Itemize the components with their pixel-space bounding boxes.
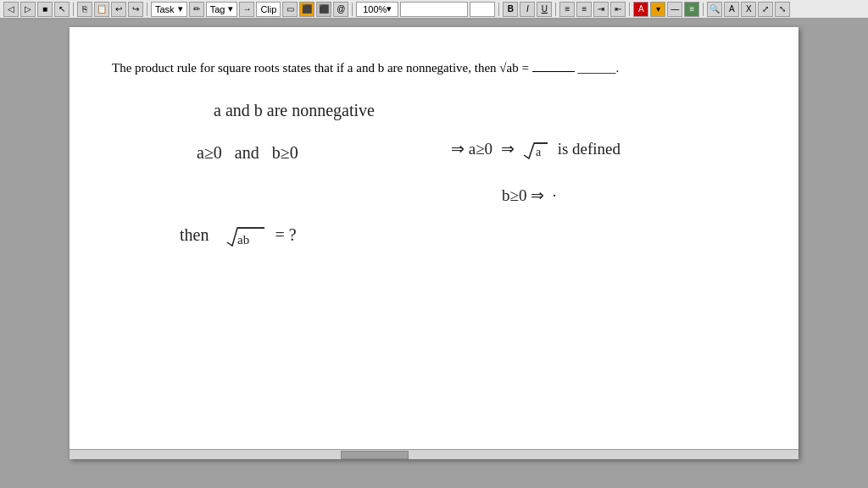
svg-text:ab: ab: [237, 233, 249, 247]
pen-button[interactable]: ✏: [189, 2, 204, 17]
question-text: The product rule for square roots states…: [112, 61, 756, 75]
undo-button[interactable]: ↩: [111, 2, 126, 17]
extra-input[interactable]: [470, 2, 495, 17]
main-area: The product rule for square roots states…: [0, 19, 868, 488]
highlight3-button[interactable]: —: [667, 2, 682, 17]
cursor-button[interactable]: ↖: [54, 2, 70, 17]
search-input[interactable]: [400, 2, 468, 17]
nav-forward-button[interactable]: ▷: [20, 2, 36, 17]
sep4: [498, 3, 499, 16]
indent-button[interactable]: ⇥: [593, 2, 609, 17]
tag-label: Tag: [210, 4, 225, 14]
sep5: [555, 3, 556, 16]
italic-button[interactable]: I: [520, 2, 535, 17]
hw-line3: b≥0 ⇒ ·: [502, 186, 556, 205]
sqrt-ab-symbol: ab: [225, 224, 266, 249]
sep3: [352, 3, 353, 16]
sqrt-a-symbol: a: [522, 140, 549, 162]
color1-button[interactable]: ⬛: [299, 2, 314, 17]
sep1: [73, 3, 74, 16]
handwriting-area: a and b are nonnegative a≥0 and b≥0 ⇒ a≥…: [112, 92, 756, 389]
underline-button[interactable]: U: [537, 2, 552, 17]
arrow-button[interactable]: →: [239, 2, 254, 17]
stop-button[interactable]: ■: [37, 2, 53, 17]
sep7: [703, 3, 704, 16]
toolbar: ◁ ▷ ■ ↖ ⎘ 📋 ↩ ↪ Task ▾ ✏ Tag ▾ → Clip ▭ …: [0, 0, 868, 19]
at-button[interactable]: @: [333, 2, 348, 17]
highlight-button[interactable]: A: [633, 2, 648, 17]
tag-dropdown[interactable]: Tag ▾: [206, 2, 238, 17]
zoom-level[interactable]: 100% ▾: [356, 2, 398, 17]
hw-line4: then ab = ?: [180, 224, 297, 249]
document-page: The product rule for square roots states…: [70, 27, 798, 459]
highlight4-button[interactable]: ≡: [684, 2, 699, 17]
highlight2-button[interactable]: ▾: [650, 2, 665, 17]
fullscreen-button[interactable]: ⤡: [775, 2, 790, 17]
answer-blank: [532, 71, 575, 72]
svg-text:a: a: [536, 146, 542, 158]
task-label: Task: [155, 4, 175, 14]
A-button[interactable]: A: [724, 2, 739, 17]
bold-button[interactable]: B: [503, 2, 518, 17]
paste-button[interactable]: 📋: [94, 2, 109, 17]
tag-arrow: ▾: [228, 3, 233, 14]
hw-line1: a and b are nonnegative: [214, 101, 375, 120]
scrollbar[interactable]: [70, 449, 798, 459]
hw-line2-right: ⇒ a≥0 ⇒ a is defined: [451, 139, 620, 162]
clip-dropdown[interactable]: Clip: [256, 2, 281, 17]
task-dropdown[interactable]: Task ▾: [151, 2, 187, 17]
outdent-button[interactable]: ⇤: [610, 2, 626, 17]
hw-line2-left: a≥0 and b≥0: [197, 143, 298, 163]
search-button[interactable]: 🔍: [707, 2, 722, 17]
resize-button[interactable]: ⤢: [758, 2, 773, 17]
task-arrow: ▾: [178, 3, 183, 14]
nav-back-button[interactable]: ◁: [3, 2, 19, 17]
redo-button[interactable]: ↪: [128, 2, 143, 17]
list-button[interactable]: ≡: [559, 2, 575, 17]
clip-label: Clip: [260, 4, 276, 14]
list2-button[interactable]: ≡: [576, 2, 592, 17]
copy-button[interactable]: ⎘: [77, 2, 92, 17]
color2-button[interactable]: ⬛: [316, 2, 331, 17]
sep6: [629, 3, 630, 16]
close-button[interactable]: X: [741, 2, 756, 17]
rect-button[interactable]: ▭: [282, 2, 298, 17]
scrollbar-thumb[interactable]: [341, 451, 409, 459]
sep2: [147, 3, 147, 16]
